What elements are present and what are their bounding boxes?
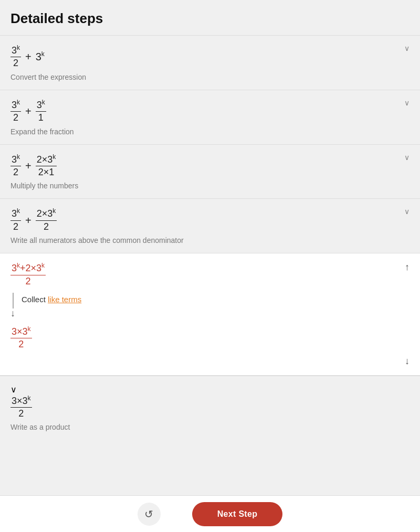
chevron-icon-1: ∨	[404, 44, 410, 52]
step4-description: Write all numerators above the common de…	[10, 236, 410, 244]
bottom-step[interactable]: ∨ 3×3k 2 Write as a product	[0, 376, 420, 440]
back-icon: ↺	[144, 508, 153, 520]
bottom-step-description: Write as a product	[10, 423, 410, 431]
step2-math: 3k 2 + 3k 1	[10, 99, 410, 124]
back-button[interactable]: ↺	[138, 503, 161, 526]
step3-math: 3k 2 + 2×3k 2×1	[10, 153, 410, 179]
chevron-icon-3: ∨	[404, 153, 410, 162]
step1-math: 3k 2 + 3k	[10, 44, 410, 70]
step2-description: Expand the fraction	[10, 127, 410, 136]
arrow-up-icon[interactable]: ↑	[405, 262, 410, 273]
arrow-down-icon[interactable]: ↓	[405, 356, 410, 367]
collect-label: Collect like terms	[22, 295, 81, 304]
active-step: ↑ 3k+2×3k 2 ↓ Collect like terms 3×3k 2	[0, 253, 420, 376]
step-2[interactable]: ∨ 3k 2 + 3k 1 Expand the fraction	[0, 90, 420, 144]
active-step-result-math: 3×3k 2	[10, 325, 410, 351]
active-step-top-math: 3k+2×3k 2	[10, 262, 410, 288]
step4-math: 3k 2 + 2×3k 2	[10, 207, 410, 233]
main-content: Detailed steps ∨ 3k 2 + 3k Convert the e…	[0, 0, 420, 482]
chevron-icon-bottom: ∨	[10, 385, 410, 395]
next-step-button[interactable]: Next Step	[192, 502, 283, 526]
chevron-icon-4: ∨	[404, 207, 410, 216]
step3-description: Multiply the numbers	[10, 182, 410, 190]
footer: ↺ Next Step	[0, 495, 420, 532]
chevron-icon-2: ∨	[404, 99, 410, 107]
step-4[interactable]: ∨ 3k 2 + 2×3k 2 Write all numerators abo…	[0, 198, 420, 253]
step1-description: Convert the expression	[10, 73, 410, 81]
bottom-step-math: 3×3k 2	[10, 395, 410, 420]
like-terms-link[interactable]: like terms	[48, 295, 81, 304]
step-1[interactable]: ∨ 3k 2 + 3k Convert the expression	[0, 35, 420, 90]
page-title: Detailed steps	[0, 0, 420, 35]
step-3[interactable]: ∨ 3k 2 + 2×3k 2×1 Multiply the numbers	[0, 144, 420, 199]
